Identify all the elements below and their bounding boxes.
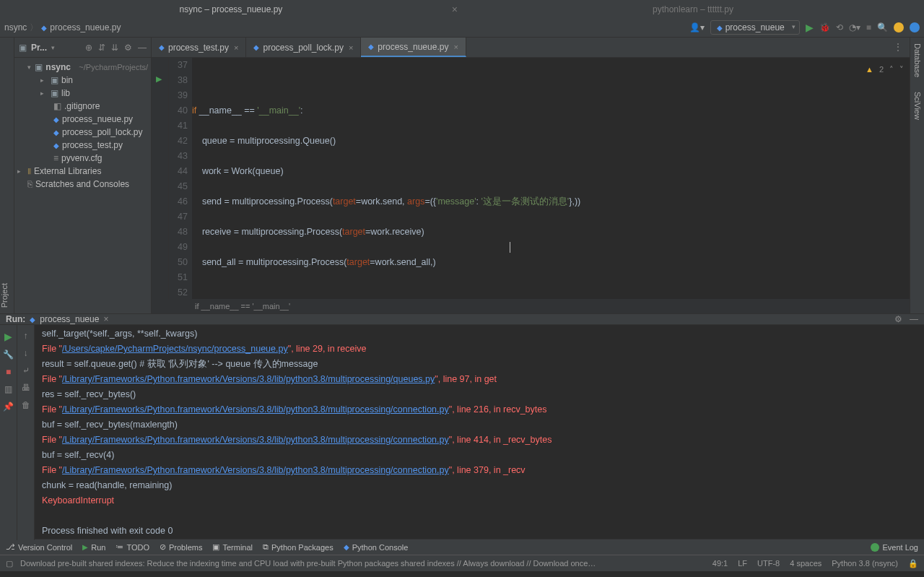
- status-message[interactable]: Download pre-built shared indexes: Reduc…: [20, 559, 598, 568]
- todo-button[interactable]: ≔TODO: [116, 542, 149, 552]
- gear-icon[interactable]: ⚙: [124, 43, 132, 53]
- problems-button[interactable]: ⊘Problems: [160, 542, 202, 552]
- search-icon[interactable]: 🔍: [877, 22, 888, 32]
- code-breadcrumb[interactable]: if __name__ == '__main__': [152, 299, 910, 313]
- coverage-button[interactable]: ⟲: [836, 22, 843, 32]
- chevron-down-icon[interactable]: ▾: [51, 44, 55, 51]
- version-control-button[interactable]: ⎇Version Control: [6, 542, 72, 552]
- up-icon[interactable]: ↑: [24, 331, 28, 341]
- rerun-button[interactable]: ▶: [4, 331, 12, 342]
- python-icon: ◆: [41, 24, 47, 32]
- inspection-status[interactable]: ▲2 ˄ ˅: [866, 61, 904, 78]
- run-button[interactable]: ▶: [806, 22, 814, 33]
- indent-info[interactable]: 4 spaces: [790, 559, 821, 568]
- close-icon[interactable]: ×: [234, 43, 238, 52]
- run-config-name: process_nueue: [40, 314, 99, 324]
- close-icon[interactable]: ×: [452, 4, 458, 15]
- python-console-button[interactable]: ◆Python Console: [344, 543, 409, 552]
- event-log-button[interactable]: Event Log: [871, 543, 918, 552]
- tab-process-nueue[interactable]: ◆process_nueue.py×: [361, 38, 466, 57]
- chevron-right-icon[interactable]: ▸: [40, 90, 48, 97]
- debug-button[interactable]: 🐞: [819, 22, 830, 32]
- tab-process-test[interactable]: ◆process_test.py×: [152, 38, 246, 57]
- tree-label: lib: [61, 88, 70, 98]
- avatar[interactable]: [910, 22, 920, 32]
- terminal-button[interactable]: ▣Terminal: [212, 542, 253, 552]
- tree-folder-bin[interactable]: ▸▣bin: [14, 74, 151, 87]
- ide-update-icon[interactable]: [894, 22, 904, 32]
- left-tool-stripe[interactable]: Project: [0, 38, 14, 313]
- run-panel: Run: ◆ process_nueue × ⚙ — ▶ 🔧 ■ ▥ 📌 ↑ ↓…: [0, 313, 924, 539]
- stop-button[interactable]: ■: [866, 22, 871, 32]
- chevron-up-icon[interactable]: ˄: [889, 62, 894, 77]
- titlebar: nsync – process_nueue.py × pythonlearn –…: [0, 0, 924, 18]
- code-content[interactable]: if __name__ == '__main__': queue = multi…: [192, 58, 910, 299]
- python-icon: ◆: [368, 43, 374, 51]
- file-encoding[interactable]: UTF-8: [757, 559, 780, 568]
- chevron-down-icon[interactable]: ▾: [27, 64, 32, 71]
- library-icon: ⫴: [27, 166, 31, 176]
- line-separator[interactable]: LF: [738, 559, 747, 568]
- warn-count: 2: [879, 62, 884, 77]
- run-line-icon[interactable]: ▶: [156, 74, 168, 84]
- stop-button[interactable]: ■: [6, 367, 11, 377]
- breadcrumb-project[interactable]: nsync: [4, 22, 27, 32]
- quick-list-icon[interactable]: ▢: [6, 559, 13, 568]
- interpreter-info[interactable]: Python 3.8 (nsync): [832, 559, 898, 568]
- run-config-dropdown[interactable]: ◆ process_nueue: [710, 20, 799, 35]
- pin-icon[interactable]: 📌: [3, 402, 14, 412]
- close-icon[interactable]: ×: [349, 43, 353, 52]
- expand-icon[interactable]: ⇵: [98, 43, 105, 53]
- tree-file-process-test[interactable]: ◆process_test.py: [14, 139, 151, 152]
- tree-scratches[interactable]: ⎘Scratches and Consoles: [14, 178, 151, 191]
- user-icon[interactable]: 👤▾: [689, 22, 705, 32]
- param: target: [346, 257, 370, 267]
- project-tool-button[interactable]: Project: [0, 283, 14, 308]
- breadcrumb[interactable]: nsync 〉 ◆ process_nueue.py: [4, 22, 121, 34]
- caret-position[interactable]: 49:1: [712, 559, 728, 568]
- tree-folder-lib[interactable]: ▸▣lib: [14, 87, 151, 100]
- right-tool-stripe[interactable]: Database SciView: [910, 38, 924, 313]
- code-editor[interactable]: ▶ 37383940414243444546474849505152 if __…: [152, 58, 910, 299]
- tree-file-pyvenv[interactable]: ≡pyvenv.cfg: [14, 152, 151, 165]
- run-gutter-right: ↑ ↓ ⤶ 🖶 🗑: [17, 325, 35, 540]
- lock-icon[interactable]: 🔒: [908, 559, 918, 568]
- hide-icon[interactable]: —: [910, 314, 918, 324]
- tabs-more-icon[interactable]: ⋮: [886, 38, 910, 57]
- layout-icon[interactable]: ▥: [4, 384, 12, 394]
- tab-label: process_nueue.py: [378, 42, 448, 52]
- database-tool-button[interactable]: Database: [913, 43, 922, 77]
- tools-icon[interactable]: 🔧: [3, 350, 14, 360]
- code-text: =work.receive): [365, 227, 424, 237]
- collapse-icon[interactable]: ⇊: [111, 43, 118, 53]
- trash-icon[interactable]: 🗑: [22, 400, 30, 410]
- tree-file-process-nueue[interactable]: ◆process_nueue.py: [14, 113, 151, 126]
- gear-icon[interactable]: ⚙: [894, 314, 902, 324]
- close-icon[interactable]: ×: [103, 314, 108, 324]
- close-icon[interactable]: ×: [453, 43, 458, 51]
- string: '这是一条测试的消息': [481, 196, 569, 207]
- chevron-right-icon[interactable]: ▸: [40, 77, 48, 84]
- tree-external-libs[interactable]: ▸⫴External Libraries: [14, 165, 151, 178]
- tree-label: Scratches and Consoles: [35, 179, 129, 189]
- python-packages-button[interactable]: ⧉Python Packages: [263, 542, 334, 552]
- breadcrumb-file[interactable]: process_nueue.py: [50, 22, 121, 32]
- code-text: :: [300, 105, 302, 116]
- down-icon[interactable]: ↓: [24, 348, 28, 358]
- sciview-tool-button[interactable]: SciView: [913, 92, 922, 120]
- tab-process-poll-lock[interactable]: ◆process_poll_lock.py×: [246, 38, 361, 57]
- run-tool-button[interactable]: ▶Run: [82, 543, 105, 552]
- tree-file-gitignore[interactable]: ◧.gitignore: [14, 100, 151, 113]
- hide-icon[interactable]: —: [138, 43, 147, 53]
- console-output[interactable]: self._target(*self._args, **self._kwargs…: [35, 325, 924, 540]
- wrap-icon[interactable]: ⤶: [22, 365, 30, 376]
- chevron-down-icon[interactable]: ˅: [899, 62, 904, 77]
- print-icon[interactable]: 🖶: [22, 383, 30, 393]
- tree-file-process-poll-lock[interactable]: ◆process_poll_lock.py: [14, 126, 151, 139]
- tree-root[interactable]: ▾▣nsync ~/PycharmProjects/: [14, 61, 151, 74]
- code-text: send = multiprocessing.Process(: [192, 196, 333, 207]
- profile-button[interactable]: ◔▾: [849, 22, 860, 32]
- locate-icon[interactable]: ⊕: [85, 43, 92, 53]
- sb-label: Event Log: [882, 543, 918, 552]
- chevron-right-icon[interactable]: ▸: [17, 168, 25, 175]
